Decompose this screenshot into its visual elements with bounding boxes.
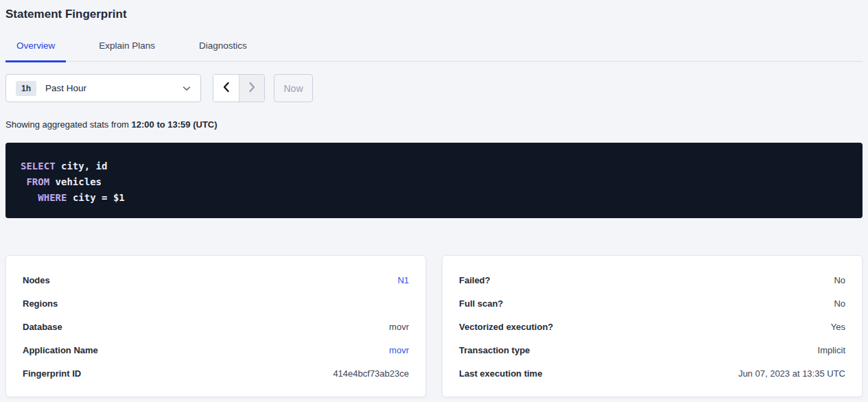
interval-label: Past Hour [45,83,86,93]
stats-range: 12:00 to 13:59 (UTC) [132,119,218,130]
info-value-link[interactable]: N1 [397,275,409,285]
info-value: 414e4bcf73ab23ce [333,368,409,379]
info-label: Application Name [23,345,98,355]
page-title: Statement Fingerprint [5,0,863,21]
info-label: Nodes [23,275,50,285]
tab-diagnostics[interactable]: Diagnostics [188,40,258,62]
next-window-button[interactable] [239,75,264,102]
info-label: Last execution time [459,368,542,379]
aggregated-stats-line: Showing aggregated stats from 12:00 to 1… [5,119,863,130]
info-label: Fingerprint ID [23,368,81,379]
info-value-link[interactable]: movr [389,345,409,355]
info-value: No [834,275,845,285]
chevron-left-icon [222,82,230,95]
tab-explain-plans[interactable]: Explain Plans [88,40,166,62]
info-value: movr [389,322,409,332]
info-row: Regions [23,292,409,315]
info-label: Database [23,322,62,332]
sql-statement-box: SELECT city, id FROM vehicles WHERE city… [5,143,863,218]
info-label: Failed? [459,275,491,285]
sql-keyword: FROM [26,176,49,187]
sql-text [21,192,38,203]
info-value: Jun 07, 2023 at 13:35 UTC [738,368,845,379]
time-interval-dropdown[interactable]: 1h Past Hour [5,74,201,102]
sql-text: city = $1 [67,192,124,203]
stats-prefix: Showing aggregated stats from [5,119,132,130]
chevron-right-icon [248,82,256,95]
info-row: Full scan?No [459,292,845,315]
info-value: No [834,298,845,309]
info-row: Last execution timeJun 07, 2023 at 13:35… [459,362,845,385]
sql-keyword: SELECT [21,161,56,172]
sql-text: city, id [56,161,108,172]
overview-cards: NodesN1RegionsDatabasemovrApplication Na… [5,255,863,397]
info-row: Vectorized execution?Yes [459,315,845,338]
chevron-down-icon [183,86,191,91]
info-row: Failed?No [459,268,845,292]
sql-line: WHERE city = $1 [21,190,849,206]
sql-text: vehicles [49,176,102,187]
sql-keyword: WHERE [38,192,67,203]
info-row: Application Namemovr [23,338,409,362]
sql-line: SELECT city, id [21,158,849,174]
previous-window-button[interactable] [213,75,239,102]
statement-fingerprint-page: Statement Fingerprint OverviewExplain Pl… [0,0,868,397]
interval-badge: 1h [16,81,36,96]
info-label: Full scan? [459,298,503,309]
info-row: NodesN1 [23,268,409,292]
tab-bar: OverviewExplain PlansDiagnostics [5,40,863,62]
info-row: Databasemovr [23,315,409,338]
tab-overview[interactable]: Overview [5,40,66,62]
execution-attributes-card: Failed?NoFull scan?NoVectorized executio… [442,255,863,397]
time-window-pager [213,74,265,102]
info-row: Fingerprint ID414e4bcf73ab23ce [23,362,409,385]
now-button[interactable]: Now [274,74,313,102]
info-value: Yes [831,322,845,332]
info-label: Regions [23,298,58,309]
info-label: Transaction type [459,345,530,355]
statement-details-card: NodesN1RegionsDatabasemovrApplication Na… [5,255,426,397]
sql-line: FROM vehicles [21,174,849,190]
info-label: Vectorized execution? [459,322,553,332]
info-row: Transaction typeImplicit [459,338,845,362]
time-controls: 1h Past Hour [5,74,863,102]
info-value: Implicit [818,345,845,355]
